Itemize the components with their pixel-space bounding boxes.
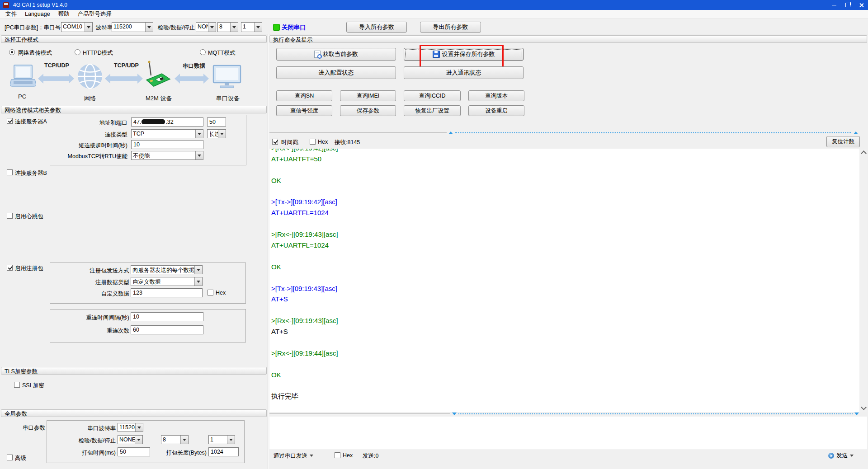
chevron-down-icon[interactable] bbox=[227, 436, 235, 444]
close-button[interactable] bbox=[854, 0, 868, 10]
enter-comm-button[interactable]: 进入通讯状态 bbox=[404, 66, 524, 79]
stopbits-select[interactable]: 1 bbox=[241, 22, 262, 32]
baud-select[interactable]: 115200 bbox=[112, 22, 153, 32]
export-params-button[interactable]: 导出所有参数 bbox=[420, 22, 481, 33]
menu-help[interactable]: 帮助 bbox=[54, 10, 74, 19]
chevron-down-icon[interactable] bbox=[135, 423, 143, 431]
node-serial-device-label: 串口设备 bbox=[216, 94, 240, 103]
server-a-label[interactable]: 连接服务器A bbox=[15, 118, 47, 126]
advanced-checkbox[interactable] bbox=[7, 455, 13, 460]
timestamp-label[interactable]: 时间戳 bbox=[281, 139, 298, 146]
minimize-button[interactable] bbox=[827, 0, 841, 10]
close-port-button[interactable]: 关闭串口 bbox=[282, 23, 306, 32]
server-a-checkbox[interactable] bbox=[7, 118, 13, 124]
terminal-line: 执行完毕 bbox=[271, 391, 859, 402]
chevron-down-icon[interactable] bbox=[195, 151, 203, 159]
get-params-button[interactable]: 获取当前参数 bbox=[276, 48, 396, 61]
heartbeat-checkbox[interactable] bbox=[7, 213, 13, 219]
maximize-button[interactable] bbox=[841, 0, 854, 10]
server-b-label[interactable]: 连接服务器B bbox=[15, 169, 47, 177]
conn-type-select[interactable]: TCP bbox=[131, 129, 203, 138]
send-button[interactable]: 发送 bbox=[828, 452, 854, 460]
reset-count-button[interactable]: 复位计数 bbox=[826, 136, 860, 147]
import-params-button[interactable]: 导入所有参数 bbox=[346, 22, 407, 33]
enter-config-button[interactable]: 进入配置状态 bbox=[276, 66, 396, 79]
send-text-area[interactable] bbox=[269, 417, 867, 450]
query-version-button[interactable]: 查询版本 bbox=[468, 90, 524, 101]
register-label[interactable]: 启用注册包 bbox=[15, 265, 43, 272]
chevron-down-icon[interactable] bbox=[254, 23, 262, 32]
radio-mqtt-mode[interactable] bbox=[200, 49, 206, 55]
rx-hex-label[interactable]: Hex bbox=[318, 139, 328, 145]
server-port-input[interactable]: 50 bbox=[207, 117, 226, 127]
databits-select[interactable]: 8 bbox=[217, 22, 238, 32]
chevron-down-icon[interactable] bbox=[194, 277, 202, 286]
chevron-down-icon[interactable] bbox=[135, 436, 142, 444]
radio-transparent-mode[interactable] bbox=[9, 49, 15, 55]
chevron-down-icon[interactable] bbox=[230, 23, 238, 32]
reg-data-type-select[interactable]: 自定义数据 bbox=[131, 277, 203, 286]
serial-parity-select[interactable]: NONE bbox=[118, 435, 143, 444]
reg-send-mode-select[interactable]: 向服务器发送的每个数据包 bbox=[131, 265, 203, 274]
serial-stopbits-select[interactable]: 1 bbox=[208, 435, 235, 444]
query-iccid-button[interactable]: 查询ICCID bbox=[404, 90, 461, 101]
radio-httpd-mode[interactable] bbox=[75, 49, 80, 55]
chevron-down-icon[interactable] bbox=[180, 436, 188, 444]
terminal-output[interactable]: >[Rx<-][09:19:42][asc]AT+UARTFT=50OK>[Tx… bbox=[269, 149, 859, 412]
tx-hex-label[interactable]: Hex bbox=[343, 452, 353, 459]
pack-time-input[interactable]: 50 bbox=[118, 447, 150, 456]
splitter-dotted-line[interactable] bbox=[458, 413, 853, 414]
scroll-down-icon[interactable] bbox=[861, 404, 867, 410]
menu-file[interactable]: 文件 bbox=[1, 10, 21, 19]
reconn-interval-input[interactable]: 10 bbox=[131, 312, 203, 321]
parity-select[interactable]: NONI bbox=[196, 22, 216, 32]
short-timeout-input[interactable]: 10 bbox=[131, 140, 203, 149]
chevron-down-icon[interactable] bbox=[194, 266, 202, 274]
heartbeat-label[interactable]: 启用心跳包 bbox=[15, 213, 43, 220]
scroll-up-icon[interactable] bbox=[861, 150, 867, 156]
server-address-input[interactable]: 47..32 bbox=[131, 117, 203, 127]
server-b-checkbox[interactable] bbox=[7, 169, 13, 175]
transparent-mode-label[interactable]: 网络透传模式 bbox=[18, 49, 52, 57]
send-via-dropdown[interactable]: 通过串口发送 bbox=[274, 452, 313, 460]
query-sn-button[interactable]: 查询SN bbox=[276, 90, 332, 101]
factory-reset-button[interactable]: 恢复出厂设置 bbox=[404, 105, 461, 116]
terminal-scrollbar[interactable] bbox=[859, 149, 867, 412]
register-hex-checkbox[interactable] bbox=[208, 290, 213, 295]
httpd-mode-label[interactable]: HTTPD模式 bbox=[83, 49, 113, 57]
query-signal-button[interactable]: 查信号强度 bbox=[276, 105, 332, 116]
chevron-down-icon[interactable] bbox=[218, 130, 226, 138]
chevron-down-icon[interactable] bbox=[85, 23, 92, 32]
save-params-button[interactable]: 保存参数 bbox=[340, 105, 396, 116]
timestamp-checkbox[interactable] bbox=[272, 139, 278, 145]
address-suffix: .32 bbox=[165, 119, 173, 125]
register-hex-label[interactable]: Hex bbox=[216, 290, 226, 296]
tx-hex-checkbox[interactable] bbox=[335, 452, 340, 458]
chevron-down-icon[interactable] bbox=[208, 23, 216, 32]
ssl-label[interactable]: SSL加密 bbox=[22, 382, 44, 389]
chevron-down-icon[interactable] bbox=[195, 130, 203, 138]
mqtt-mode-label[interactable]: MQTT模式 bbox=[208, 49, 235, 57]
reconn-count-input[interactable]: 60 bbox=[131, 325, 203, 334]
query-imei-button[interactable]: 查询IMEI bbox=[340, 90, 396, 101]
device-restart-button[interactable]: 设备重启 bbox=[468, 105, 524, 116]
menu-language[interactable]: Language bbox=[21, 10, 54, 18]
serial-databits-select[interactable]: 8 bbox=[161, 435, 189, 444]
pack-time-label: 打包时间(ms) bbox=[82, 449, 116, 457]
splitter-handle[interactable] bbox=[269, 132, 447, 133]
menu-product-model[interactable]: 产品型号选择 bbox=[74, 10, 116, 19]
register-checkbox[interactable] bbox=[7, 265, 13, 271]
com-port-select[interactable]: COM10 bbox=[61, 22, 93, 32]
pack-len-input[interactable]: 1024 bbox=[208, 447, 239, 456]
conn-keep-select[interactable]: 长连接 bbox=[207, 129, 226, 138]
advanced-label[interactable]: 高级 bbox=[15, 455, 26, 462]
splitter-dotted-line[interactable] bbox=[455, 132, 851, 133]
serial-baud-select[interactable]: 115200 bbox=[118, 423, 143, 432]
ssl-checkbox[interactable] bbox=[14, 382, 20, 388]
custom-data-input[interactable]: 123 bbox=[131, 288, 203, 297]
chevron-down-icon[interactable] bbox=[145, 23, 153, 32]
rx-hex-checkbox[interactable] bbox=[310, 139, 316, 145]
splitter-handle[interactable] bbox=[269, 413, 450, 414]
modbus-select[interactable]: 不使能 bbox=[131, 151, 203, 160]
set-save-params-button[interactable]: 设置并保存所有参数 bbox=[404, 48, 524, 61]
